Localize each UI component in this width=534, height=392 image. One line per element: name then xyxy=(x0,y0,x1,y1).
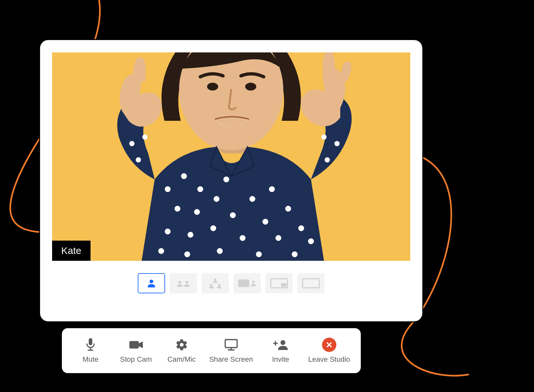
svg-point-23 xyxy=(217,248,223,254)
layout-two[interactable] xyxy=(170,273,197,293)
participant-figure xyxy=(80,52,383,261)
camera-icon xyxy=(129,338,144,352)
leave-studio-button[interactable]: Leave Studio xyxy=(308,338,350,364)
svg-point-34 xyxy=(149,280,153,283)
svg-rect-49 xyxy=(225,340,237,347)
svg-point-17 xyxy=(262,219,268,225)
svg-point-39 xyxy=(218,284,220,287)
svg-point-20 xyxy=(298,225,304,231)
svg-point-12 xyxy=(210,225,216,231)
svg-point-32 xyxy=(334,141,340,146)
participant-name-tag: Kate xyxy=(52,241,91,261)
svg-point-25 xyxy=(292,251,298,257)
svg-point-24 xyxy=(256,251,262,257)
cam-mic-button[interactable]: Cam/Mic xyxy=(164,338,200,364)
share-screen-button[interactable]: Share Screen xyxy=(209,338,253,364)
svg-point-35 xyxy=(178,281,181,284)
video-card: Kate xyxy=(39,39,423,322)
svg-point-5 xyxy=(181,173,187,179)
svg-point-37 xyxy=(214,278,217,281)
svg-point-2 xyxy=(207,83,218,91)
svg-point-6 xyxy=(197,186,203,192)
stop-cam-label: Stop Cam xyxy=(120,355,152,364)
layout-screen-side[interactable] xyxy=(233,273,261,293)
svg-point-28 xyxy=(136,157,141,162)
svg-rect-40 xyxy=(238,279,249,287)
share-screen-label: Share Screen xyxy=(209,355,253,364)
svg-point-30 xyxy=(142,134,148,140)
svg-point-3 xyxy=(245,83,256,91)
close-icon xyxy=(322,338,336,352)
svg-point-29 xyxy=(129,141,134,146)
control-toolbar: Mute Stop Cam Cam/Mic Share Screen xyxy=(62,328,361,373)
svg-point-41 xyxy=(252,281,254,283)
svg-point-10 xyxy=(165,229,171,234)
svg-point-36 xyxy=(186,281,189,284)
svg-point-27 xyxy=(223,176,229,182)
gear-icon xyxy=(175,338,188,352)
monitor-icon xyxy=(224,338,238,352)
microphone-icon xyxy=(85,338,96,352)
participant-name: Kate xyxy=(61,245,81,256)
layout-screen-only[interactable] xyxy=(297,273,325,293)
layout-three[interactable] xyxy=(202,273,229,293)
svg-rect-45 xyxy=(89,338,92,345)
svg-point-33 xyxy=(321,134,327,140)
svg-point-26 xyxy=(308,238,314,244)
svg-point-9 xyxy=(214,196,219,202)
svg-point-19 xyxy=(275,235,281,241)
invite-label: Invite xyxy=(272,355,289,364)
mute-label: Mute xyxy=(82,355,98,364)
svg-point-11 xyxy=(188,232,193,238)
svg-point-52 xyxy=(280,340,285,345)
svg-point-22 xyxy=(184,251,190,257)
svg-point-16 xyxy=(285,206,291,212)
video-feed: Kate xyxy=(52,52,410,261)
svg-point-8 xyxy=(194,209,200,215)
mute-button[interactable]: Mute xyxy=(73,338,108,364)
svg-point-4 xyxy=(165,186,171,192)
svg-rect-44 xyxy=(302,279,319,288)
leave-label: Leave Studio xyxy=(308,355,350,364)
svg-point-38 xyxy=(210,284,213,287)
layout-single[interactable] xyxy=(138,273,165,293)
layout-screen-pip[interactable] xyxy=(265,273,293,293)
cam-mic-label: Cam/Mic xyxy=(167,355,196,364)
svg-point-18 xyxy=(240,235,246,241)
invite-button[interactable]: Invite xyxy=(263,338,299,364)
svg-point-15 xyxy=(269,186,275,192)
stop-cam-button[interactable]: Stop Cam xyxy=(118,338,154,364)
svg-point-13 xyxy=(230,212,236,218)
svg-point-7 xyxy=(175,206,180,212)
layout-selector xyxy=(138,273,325,293)
svg-rect-48 xyxy=(129,341,139,349)
svg-rect-43 xyxy=(281,283,286,287)
svg-point-31 xyxy=(325,157,330,162)
add-person-icon xyxy=(273,338,288,352)
svg-point-14 xyxy=(249,196,255,202)
svg-point-21 xyxy=(158,248,164,254)
